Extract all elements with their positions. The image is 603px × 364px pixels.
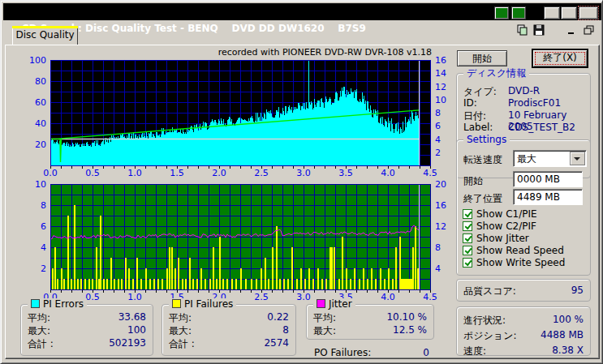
quality-score-label: 品質スコア: — [463, 285, 516, 297]
stat-row: 平均:33.68 — [28, 311, 146, 325]
svg-text:4.0: 4.0 — [381, 292, 395, 302]
stat-value: 502193 — [109, 337, 146, 349]
stat-value: 8 — [282, 324, 289, 336]
progress-row: 速度:8.38 X — [463, 345, 584, 358]
svg-text:0.0: 0.0 — [43, 168, 58, 178]
svg-text:60: 60 — [35, 97, 46, 108]
svg-text:2: 2 — [41, 263, 46, 274]
stat-row: 最大:12.5 % — [313, 324, 427, 338]
svg-text:8: 8 — [435, 108, 441, 118]
stat-label: 平均: — [169, 312, 192, 323]
transfer-speed-value: 最大 — [517, 153, 536, 165]
quality-score-row: 品質スコア: 95 — [463, 285, 584, 298]
checkbox-label: Show Write Speed — [476, 257, 565, 268]
svg-text:80: 80 — [35, 76, 46, 87]
stats-group-pi-failures: PI Failures平均:0.22最大:8合計 :2574 — [162, 304, 296, 356]
checkbox-show-c2-pif[interactable]: Show C2/PIF — [463, 221, 536, 233]
stats-legend: PI Errors — [28, 298, 87, 310]
close-button[interactable] — [579, 6, 598, 19]
copy-icon[interactable] — [494, 6, 509, 19]
start-position-label: 開始 — [463, 174, 483, 188]
svg-text:1.0: 1.0 — [127, 292, 142, 302]
tab-disc-quality[interactable]: Disc Quality — [12, 26, 78, 45]
stats-legend: Jitter — [313, 298, 355, 310]
checkbox-checked-icon[interactable] — [463, 246, 472, 255]
checkbox-show-read-speed[interactable]: Show Read Speed — [463, 246, 564, 257]
stat-value: 100 — [127, 324, 146, 336]
svg-text:14: 14 — [435, 68, 446, 79]
stat-label: 平均: — [28, 312, 50, 323]
svg-text:8: 8 — [435, 242, 441, 253]
checkbox-checked-icon[interactable] — [463, 209, 472, 219]
disc-info-legend: ディスク情報 — [463, 67, 529, 79]
stat-row: 合計 :2574 — [169, 337, 289, 351]
app-window: CD Speed : Disc Quality Test - BENQ DVD … — [0, 0, 603, 364]
svg-text:4.5: 4.5 — [423, 292, 437, 302]
svg-text:3.0: 3.0 — [296, 168, 311, 178]
svg-text:10: 10 — [35, 179, 46, 190]
stat-label: 最大: — [313, 325, 336, 336]
svg-text:16: 16 — [435, 55, 446, 66]
disc-info-value: DVD-R — [508, 85, 540, 96]
maximize-button[interactable] — [561, 6, 577, 19]
svg-text:20: 20 — [435, 179, 446, 190]
checkbox-label: Show Jitter — [476, 233, 529, 244]
end-position-label: 終了位置 — [463, 192, 502, 206]
exit-button[interactable]: 終了(X) — [532, 49, 588, 68]
disc-info-value: CDS_TEST_B2 — [508, 122, 575, 133]
disc-info-label: ID: — [463, 97, 477, 109]
series-color-swatch-icon — [172, 299, 181, 308]
svg-text:12: 12 — [435, 221, 446, 232]
progress-group: 進行状況:100 %ポジション:4488 MB速度:8.38 X — [456, 306, 591, 356]
progress-value: 100 % — [553, 314, 584, 325]
checkbox-checked-icon[interactable] — [463, 221, 472, 231]
stat-label: 合計 : — [28, 338, 54, 349]
save-icon[interactable] — [511, 6, 526, 19]
titlebar[interactable]: CD Speed : Disc Quality Test - BENQ DVD … — [3, 3, 601, 20]
stat-label: 合計 : — [169, 338, 195, 349]
stat-label: 平均: — [313, 312, 336, 323]
svg-text:3.0: 3.0 — [296, 292, 311, 302]
start-button[interactable]: 開始 — [457, 50, 507, 66]
checkbox-show-write-speed[interactable]: Show Write Speed — [463, 258, 565, 269]
checkbox-checked-icon[interactable] — [463, 233, 472, 243]
svg-text:1.0: 1.0 — [127, 168, 142, 178]
stats-legend: PI Failures — [169, 298, 236, 310]
svg-text:16: 16 — [435, 200, 446, 211]
stat-row: 平均:0.22 — [169, 311, 289, 325]
tab-active-indicator — [12, 26, 78, 28]
svg-text:4: 4 — [435, 263, 441, 274]
checkbox-label: Show C2/PIF — [476, 221, 536, 232]
svg-text:10: 10 — [435, 95, 446, 105]
checkbox-show-c1-pie[interactable]: Show C1/PIE — [463, 209, 537, 221]
svg-text:40: 40 — [35, 118, 46, 129]
stat-row: 平均:10.10 % — [313, 311, 427, 325]
checkbox-checked-icon[interactable] — [463, 258, 472, 268]
stat-label: 最大: — [169, 325, 192, 336]
stat-row: 最大:100 — [28, 324, 146, 338]
svg-text:6: 6 — [435, 121, 441, 131]
svg-text:2.0: 2.0 — [212, 168, 226, 178]
checkbox-label: Show C1/PIE — [476, 208, 537, 220]
svg-text:20: 20 — [35, 139, 46, 150]
progress-value: 4488 MB — [541, 329, 584, 340]
chevron-down-icon[interactable] — [570, 152, 585, 165]
stat-label: 最大: — [28, 325, 50, 336]
checkbox-label: Show Read Speed — [476, 245, 564, 256]
quality-score-group: 品質スコア: 95 — [456, 279, 591, 302]
end-position-input[interactable]: 4489 MB — [513, 189, 583, 205]
svg-text:4: 4 — [41, 242, 46, 253]
start-position-input[interactable]: 0000 MB — [513, 171, 583, 187]
disc-info-label: 日付: — [463, 110, 486, 122]
minimize-button[interactable] — [544, 6, 560, 19]
transfer-speed-select[interactable]: 最大 — [513, 150, 587, 167]
start-button-label: 開始 — [472, 53, 492, 64]
svg-text:0.5: 0.5 — [85, 292, 100, 302]
stats-group-jitter: Jitter平均:10.10 %最大:12.5 % — [306, 304, 434, 340]
quality-charts: 204060801002468101214160.00.51.01.52.02.… — [19, 47, 450, 303]
svg-text:8: 8 — [41, 200, 46, 211]
stat-value: 2574 — [264, 337, 289, 349]
disc-info-label: Label: — [463, 122, 493, 133]
checkbox-show-jitter[interactable]: Show Jitter — [463, 233, 529, 245]
stats-group-pi-errors: PI Errors平均:33.68最大:100合計 :502193 — [20, 304, 153, 356]
